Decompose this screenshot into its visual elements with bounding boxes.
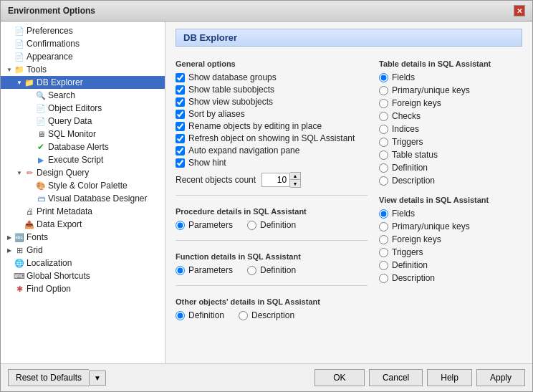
sidebar-item-database-alerts[interactable]: ✔ Database Alerts — [1, 140, 165, 153]
sidebar-item-search[interactable]: 🔍 Search — [1, 89, 165, 102]
sidebar-item-sql-monitor[interactable]: 🖥 SQL Monitor — [1, 128, 165, 140]
td-definition-label[interactable]: Definition — [392, 163, 428, 173]
vd-definition-label[interactable]: Definition — [392, 260, 428, 270]
td-foreign-keys-label[interactable]: Foreign keys — [392, 98, 441, 108]
auto-expand-checkbox[interactable] — [176, 146, 185, 156]
function-details-options: Parameters Definition — [176, 265, 368, 278]
vd-fields-radio[interactable] — [379, 209, 388, 219]
sidebar-item-appearance[interactable]: 📄 Appearance — [1, 50, 165, 63]
ok-button[interactable]: OK — [314, 369, 365, 386]
refresh-object-label[interactable]: Refresh object on showing in SQL Assista… — [188, 133, 355, 143]
td-table-status-label[interactable]: Table status — [392, 150, 438, 160]
sidebar-item-style-color[interactable]: 🎨 Style & Color Palette — [1, 179, 165, 192]
sidebar-item-execute-script[interactable]: ▶ Execute Script — [1, 153, 165, 166]
dialog-body: 📄 Preferences 📄 Confirmations 📄 Appearan… — [1, 21, 532, 363]
rename-objects-label[interactable]: Rename objects by editing in place — [188, 121, 322, 131]
sidebar-item-preferences[interactable]: 📄 Preferences — [1, 24, 165, 37]
sidebar-item-db-explorer[interactable]: ▼ 📁 DB Explorer — [1, 76, 165, 89]
td-primary-keys-radio[interactable] — [379, 86, 388, 95]
close-button[interactable]: ✕ — [514, 5, 525, 16]
rename-objects-checkbox[interactable] — [176, 122, 185, 131]
td-checks-radio[interactable] — [379, 112, 388, 121]
vd-fields-label[interactable]: Fields — [392, 209, 415, 219]
pd-definition-label[interactable]: Definition — [260, 220, 296, 230]
spinner-up-button[interactable]: ▲ — [290, 173, 300, 180]
sort-by-aliases-label[interactable]: Sort by aliases — [188, 109, 245, 119]
show-db-groups-checkbox[interactable] — [176, 73, 185, 82]
vd-definition-radio[interactable] — [379, 261, 388, 270]
fd-parameters-label[interactable]: Parameters — [188, 265, 233, 275]
expander-db-explorer: ▼ — [15, 78, 24, 87]
td-description-label[interactable]: Description — [392, 176, 435, 186]
help-button[interactable]: Help — [427, 369, 472, 386]
recent-count-input[interactable] — [261, 173, 290, 187]
vd-primary-keys-label[interactable]: Primary/unique keys — [392, 221, 470, 231]
show-hint-checkbox[interactable] — [176, 158, 185, 168]
td-definition-radio[interactable] — [379, 163, 388, 173]
sort-by-aliases-checkbox[interactable] — [176, 110, 185, 119]
sidebar-item-localization[interactable]: 🌐 Localization — [1, 257, 165, 269]
vd-triggers-radio[interactable] — [379, 248, 388, 257]
show-table-subobjects-label[interactable]: Show table subobjects — [188, 85, 274, 95]
td-fields-radio[interactable] — [379, 73, 388, 82]
script-icon: ▶ — [35, 155, 47, 165]
sidebar-item-visual-db[interactable]: 🗃 Visual Database Designer — [1, 192, 165, 205]
sidebar-item-design-query[interactable]: ▼ ✏ Design Query — [1, 166, 165, 179]
od-definition-label[interactable]: Definition — [188, 310, 224, 320]
main-panel: DB Explorer General options Show databas… — [165, 21, 532, 363]
sidebar-item-print-metadata[interactable]: 🖨 Print Metadata — [1, 205, 165, 218]
td-foreign-keys-radio[interactable] — [379, 99, 388, 108]
vd-foreign-keys-radio[interactable] — [379, 235, 388, 244]
sidebar-item-fonts[interactable]: ▶ 🔤 Fonts — [1, 231, 165, 244]
reset-arrow-button[interactable]: ▼ — [89, 371, 106, 386]
expander-execute-script — [27, 156, 35, 164]
show-hint-label[interactable]: Show hint — [188, 158, 226, 168]
vd-primary-keys-radio[interactable] — [379, 222, 388, 231]
show-table-subobjects-checkbox[interactable] — [176, 85, 185, 95]
show-db-groups-label[interactable]: Show database groups — [188, 72, 277, 82]
cancel-button[interactable]: Cancel — [369, 369, 423, 386]
radio-vd-triggers: Triggers — [379, 247, 522, 257]
od-description-radio[interactable] — [239, 311, 248, 320]
sidebar-label-find-option: Find Option — [27, 284, 71, 294]
od-definition-radio[interactable] — [176, 311, 185, 320]
sidebar-item-data-export[interactable]: 📤 Data Export — [1, 218, 165, 231]
sidebar-item-grid[interactable]: ▶ ⊞ Grid — [1, 244, 165, 257]
pd-parameters-label[interactable]: Parameters — [188, 220, 233, 230]
reset-to-defaults-button[interactable]: Reset to Defaults — [8, 369, 89, 386]
td-triggers-label[interactable]: Triggers — [392, 137, 423, 147]
show-view-subobjects-checkbox[interactable] — [176, 97, 185, 107]
td-indices-radio[interactable] — [379, 125, 388, 134]
fd-definition-radio[interactable] — [247, 266, 256, 275]
vd-triggers-label[interactable]: Triggers — [392, 247, 423, 257]
refresh-object-checkbox[interactable] — [176, 134, 185, 143]
vd-description-label[interactable]: Description — [392, 273, 435, 283]
sidebar-item-query-data[interactable]: 📄 Query Data — [1, 115, 165, 128]
show-view-subobjects-label[interactable]: Show view subobjects — [188, 97, 273, 107]
radio-td-primary-keys: Primary/unique keys — [379, 85, 522, 95]
pd-parameters-radio[interactable] — [176, 221, 185, 230]
fd-definition-label[interactable]: Definition — [260, 265, 296, 275]
sidebar-item-object-editors[interactable]: 📄 Object Editors — [1, 102, 165, 115]
sidebar-item-global-shortcuts[interactable]: ⌨ Global Shortcuts — [1, 269, 165, 282]
td-fields-label[interactable]: Fields — [392, 72, 415, 82]
td-table-status-radio[interactable] — [379, 150, 388, 160]
vd-description-radio[interactable] — [379, 274, 388, 283]
fd-parameters-radio[interactable] — [176, 266, 185, 275]
sidebar-item-find-option[interactable]: ✱ Find Option — [1, 282, 165, 295]
view-details-title: View details in SQL Assistant — [379, 196, 522, 204]
auto-expand-label[interactable]: Auto expand navigation pane — [188, 145, 299, 156]
pd-definition-radio[interactable] — [247, 221, 256, 230]
apply-button[interactable]: Apply — [476, 369, 525, 386]
spinner-down-button[interactable]: ▼ — [290, 180, 300, 187]
vd-foreign-keys-label[interactable]: Foreign keys — [392, 234, 441, 244]
td-triggers-radio[interactable] — [379, 138, 388, 147]
radio-td-triggers: Triggers — [379, 137, 522, 147]
td-description-radio[interactable] — [379, 176, 388, 186]
sidebar-item-tools[interactable]: ▼ 📁 Tools — [1, 63, 165, 76]
td-primary-keys-label[interactable]: Primary/unique keys — [392, 85, 470, 95]
td-checks-label[interactable]: Checks — [392, 111, 421, 121]
sidebar-item-confirmations[interactable]: 📄 Confirmations — [1, 37, 165, 50]
td-indices-label[interactable]: Indices — [392, 124, 419, 134]
od-description-label[interactable]: Description — [251, 310, 294, 320]
